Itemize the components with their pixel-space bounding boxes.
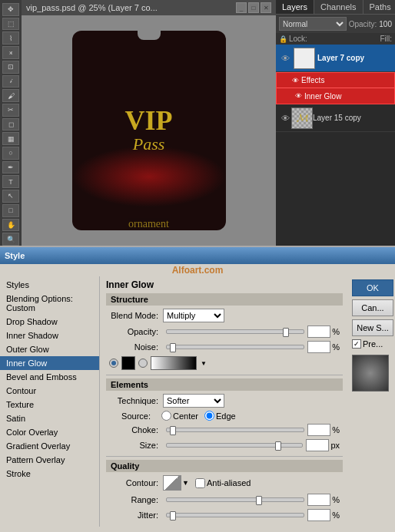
jitter-label: Jitter: xyxy=(109,511,163,520)
eye-icon-layer7[interactable]: 👁 xyxy=(279,52,291,64)
gradient-arrow[interactable]: ▼ xyxy=(201,360,207,367)
size-input[interactable]: 150 xyxy=(306,439,329,451)
layer-item-layer15copy[interactable]: 👁 𝓜 Layer 15 copy xyxy=(276,104,395,132)
tool-text[interactable]: T xyxy=(2,175,19,188)
blend-mode-row: Blend Mode: Multiply xyxy=(106,309,343,322)
tool-brush[interactable]: 🖌 xyxy=(2,89,19,102)
settings-area: Inner Glow Structure Blend Mode: Multipl… xyxy=(100,276,349,527)
maximize-button[interactable]: □ xyxy=(248,2,259,13)
style-item-satin[interactable]: Satin xyxy=(0,411,99,425)
style-item-stroke[interactable]: Stroke xyxy=(0,467,99,481)
tool-eyedropper[interactable]: 𝒾 xyxy=(2,75,19,88)
new-style-button[interactable]: New S... xyxy=(352,319,393,336)
contour-arrow[interactable]: ▼ xyxy=(182,479,189,487)
jitter-input[interactable]: 0 xyxy=(307,509,330,521)
style-item-styles[interactable]: Styles xyxy=(0,278,99,292)
color-swatch-gradient[interactable] xyxy=(151,356,197,370)
tool-path-select[interactable]: ↖ xyxy=(2,190,19,203)
range-thumb[interactable] xyxy=(256,496,262,505)
style-item-pattern-overlay[interactable]: Pattern Overlay xyxy=(0,453,99,467)
tab-channels[interactable]: Channels xyxy=(314,0,363,14)
size-unit: px xyxy=(330,441,340,450)
fx-eye-icon[interactable]: 👁 xyxy=(290,76,300,85)
size-slider[interactable] xyxy=(166,443,303,448)
close-button[interactable]: ✕ xyxy=(261,2,271,13)
tool-lasso[interactable]: ⌇ xyxy=(2,31,19,45)
canvas-title: vip_pass.psd @ 25% (Layer 7 co... xyxy=(26,3,236,12)
source-center-radio[interactable] xyxy=(161,411,171,421)
opacity-unit: % xyxy=(332,327,340,336)
ok-button[interactable]: OK xyxy=(352,279,393,296)
opacity-input[interactable]: 90 xyxy=(307,325,330,338)
style-item-texture[interactable]: Texture xyxy=(0,398,99,411)
jitter-thumb[interactable] xyxy=(170,511,176,520)
eye-icon-layer15[interactable]: 👁 xyxy=(279,112,291,124)
vip-text: VIP xyxy=(125,107,173,134)
tool-move[interactable]: ✥ xyxy=(2,3,19,16)
tool-zoom[interactable]: 🔍 xyxy=(2,233,19,246)
layers-tabs: Layers Channels Paths xyxy=(276,0,395,15)
tool-dodge[interactable]: ○ xyxy=(2,147,19,160)
lock-label: Lock: xyxy=(289,35,307,43)
preview-thumbnail xyxy=(352,355,389,392)
source-edge-radio[interactable] xyxy=(204,411,214,421)
technique-dropdown[interactable]: Softer xyxy=(163,394,224,408)
anti-alias-checkbox[interactable] xyxy=(195,478,205,488)
tool-gradient[interactable]: ▦ xyxy=(2,132,19,145)
technique-label: Technique: xyxy=(109,396,163,405)
style-item-blending[interactable]: Blending Options: Custom xyxy=(0,292,99,315)
opacity-row: Opacity: 90 % xyxy=(106,325,343,338)
tool-pen[interactable]: ✒ xyxy=(2,161,19,174)
range-slider[interactable] xyxy=(166,497,304,502)
tab-layers[interactable]: Layers xyxy=(276,0,314,14)
choke-input[interactable]: 0 xyxy=(307,424,330,436)
anti-alias-label[interactable]: Anti-aliased xyxy=(195,478,251,488)
opacity-slider[interactable] xyxy=(166,329,304,334)
layer-thumb-layer7 xyxy=(294,48,315,69)
style-item-contour[interactable]: Contour xyxy=(0,384,99,398)
preview-checkbox[interactable]: ✓ xyxy=(352,339,361,349)
source-center-label[interactable]: Center xyxy=(161,411,198,421)
tool-shape[interactable]: □ xyxy=(2,204,19,217)
tool-clone[interactable]: ✂ xyxy=(2,104,19,117)
blend-mode-dropdown[interactable]: Multiply xyxy=(163,309,224,322)
style-item-color-overlay[interactable]: Color Overlay xyxy=(0,425,99,439)
size-thumb[interactable] xyxy=(275,441,281,451)
inner-glow-eye-icon[interactable]: 👁 xyxy=(294,91,303,101)
noise-label: Noise: xyxy=(109,342,163,352)
source-edge-label[interactable]: Edge xyxy=(204,411,236,421)
noise-thumb[interactable] xyxy=(170,343,176,352)
style-item-gradient-overlay[interactable]: Gradient Overlay xyxy=(0,439,99,453)
choke-thumb[interactable] xyxy=(170,426,176,435)
style-item-inner-glow[interactable]: Inner Glow xyxy=(0,356,99,370)
tool-select[interactable]: ⬚ xyxy=(2,18,19,31)
tab-paths[interactable]: Paths xyxy=(363,0,395,14)
inner-glow-row[interactable]: 👁 Inner Glow xyxy=(277,88,394,104)
swatch-radio-solid[interactable] xyxy=(109,359,118,368)
tool-magic-wand[interactable]: ⁎ xyxy=(2,46,19,59)
tool-hand[interactable]: ✋ xyxy=(2,219,19,232)
effects-row[interactable]: 👁 Effects xyxy=(277,73,394,88)
noise-slider[interactable] xyxy=(166,345,304,349)
cancel-button[interactable]: Can... xyxy=(352,299,393,316)
minimize-button[interactable]: _ xyxy=(236,2,247,13)
style-item-bevel-emboss[interactable]: Bevel and Emboss xyxy=(0,370,99,384)
swatch-radio-gradient[interactable] xyxy=(138,359,148,368)
style-item-drop-shadow[interactable]: Drop Shadow xyxy=(0,315,99,329)
style-item-inner-shadow[interactable]: Inner Shadow xyxy=(0,329,99,342)
blend-mode-select[interactable]: Normal xyxy=(279,17,347,31)
jitter-slider[interactable] xyxy=(166,513,304,517)
tool-crop[interactable]: ⊡ xyxy=(2,61,19,74)
range-input[interactable]: 70 xyxy=(307,494,330,506)
layer-item-layer7copy[interactable]: 👁 Layer 7 copy xyxy=(276,45,395,72)
style-item-outer-glow[interactable]: Outer Glow xyxy=(0,342,99,356)
choke-slider[interactable] xyxy=(166,428,304,432)
contour-swatch[interactable] xyxy=(163,475,181,491)
layer-name-layer15: Layer 15 copy xyxy=(313,114,392,122)
tool-eraser[interactable]: ◻ xyxy=(2,118,19,131)
opacity-thumb[interactable] xyxy=(283,328,289,337)
color-swatch-black[interactable] xyxy=(121,356,135,370)
noise-input[interactable]: 0 xyxy=(307,341,330,353)
preview-label[interactable]: ✓ Pre... xyxy=(352,339,392,349)
canvas-content: VIP Pass ornament xyxy=(22,15,276,246)
